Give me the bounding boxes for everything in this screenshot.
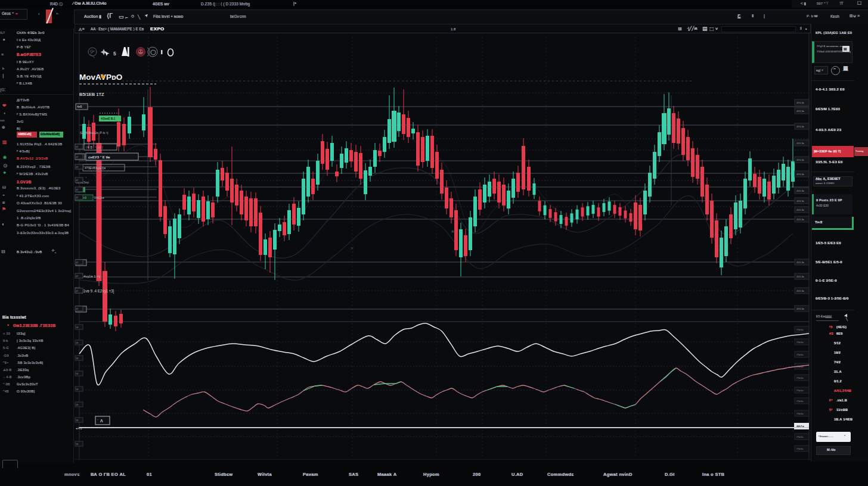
svg-text:5Е: 5Е — [76, 326, 79, 329]
svg-text:4У0.3ᴇ: 4У0.3ᴇ — [796, 110, 804, 113]
svg-text:4ᴠҙ1ʙ 1 ¹⁄ᶌ: 4ᴠҙ1ʙ 1 ¹⁄ᶌ — [83, 275, 100, 278]
svg-text:5Е: 5Е — [76, 419, 79, 422]
svg-text:4ҙ1ᴠʙ 9 .4 Е2ᴠҙ1 т3]: 4ҙ1ᴠʙ 9 .4 Е2ᴠҙ1 т3] — [79, 289, 114, 294]
svg-text:У5ᴇ1в: У5ᴇ1в — [796, 412, 804, 415]
svg-text:4У0.3ᴇ: 4У0.3ᴇ — [796, 218, 804, 221]
svg-text:У5ᴇ1в: У5ᴇ1в — [796, 389, 804, 392]
svg-text:S1/B/Bᴠc2ᴅ P-b ¹|: S1/B/Bᴠc2ᴅ P-b ¹| — [80, 131, 108, 135]
svg-text:4У0.3ᴇ: 4У0.3ᴇ — [796, 289, 804, 292]
svg-text:5: 5 — [113, 51, 116, 57]
svg-text:4У0.3ᴇ: 4У0.3ᴇ — [796, 275, 804, 278]
svg-text:4У: 4У — [76, 197, 79, 199]
svg-text:4У: 4У — [76, 179, 79, 182]
svg-text:У5ᴇ1в: У5ᴇ1в — [796, 400, 804, 403]
svg-text:▣: ▣ — [451, 229, 454, 233]
svg-text:4У: 4У — [76, 156, 79, 158]
svg-text:⨉: ⨉ — [351, 247, 354, 250]
svg-text:PᴅO: PᴅO — [106, 73, 122, 82]
svg-text:4?3ЕᴠB3q(Е3)ʙ: 4?3ЕᴠB3q(Е3)ʙ — [85, 166, 106, 170]
svg-text:4У0.3ᴇ: 4У0.3ᴇ — [796, 307, 804, 310]
svg-text:У5ᴇ1в: У5ᴇ1в — [796, 447, 804, 450]
svg-text:У5ᴇ1в: У5ᴇ1в — [796, 435, 804, 438]
svg-text:5Е: 5Е — [76, 357, 79, 360]
svg-text:4У0.3ᴇ: 4У0.3ᴇ — [796, 101, 804, 104]
svg-text:▫: ▫ — [548, 340, 550, 344]
svg-text:4У: 4У — [76, 275, 79, 278]
svg-text:4У0.3ᴇ: 4У0.3ᴇ — [796, 173, 804, 176]
svg-text:У5ᴇ1в: У5ᴇ1в — [796, 376, 804, 379]
svg-text:1/4Е2ᴠʙ: 1/4Е2ᴠʙ — [94, 197, 104, 200]
svg-text:ᴄʜЕУ3 ⁷ Е 9ʙ: ᴄʜЕУ3 ⁷ Е 9ʙ — [88, 155, 110, 159]
svg-text:Λ: Λ — [100, 419, 103, 423]
svg-text:4/3ᴠʜE B.1: 4/3ᴠʜE B.1 — [101, 117, 116, 120]
svg-text:4У0.3ᴇ: 4У0.3ᴇ — [796, 208, 804, 211]
svg-text:4У: 4У — [76, 189, 79, 191]
svg-text:4У: 4У — [76, 308, 79, 310]
svg-text:5Е: 5Е — [76, 388, 79, 391]
svg-text:4У0.3ᴇ: 4У0.3ᴇ — [796, 125, 804, 128]
svg-text:5Е: 5Е — [76, 404, 79, 406]
svg-text:У5ᴇ1в: У5ᴇ1в — [796, 328, 804, 331]
svg-text:У5ᴇ1в: У5ᴇ1в — [796, 353, 804, 356]
svg-text:‾: ‾ — [97, 419, 98, 423]
svg-text:| E B̲ | ⁴ | ▭ |: | E B̲ | ⁴ | ▭ | — [86, 145, 103, 149]
svg-text:4У0.3ᴇ: 4У0.3ᴇ — [796, 200, 804, 202]
svg-text:4У: 4У — [76, 166, 79, 169]
svg-text:⁴: ⁴ — [85, 176, 86, 179]
svg-text:5Е: 5Е — [76, 443, 79, 446]
svg-text:4У: 4У — [76, 261, 79, 264]
svg-text:У5ᴇ1в: У5ᴇ1в — [796, 341, 804, 344]
svg-text:4У0.3ᴇ: 4У0.3ᴇ — [796, 189, 804, 192]
svg-text:4У0.3ᴇ: 4У0.3ᴇ — [796, 158, 804, 161]
svg-text:4ᴇB: 4ᴇB — [77, 105, 82, 108]
svg-text:5Е: 5Е — [76, 342, 79, 344]
svg-text:4У0.3ᴇ: 4У0.3ᴇ — [796, 261, 804, 264]
svg-text:4У: 4У — [76, 146, 79, 148]
svg-text:B5/1ЕB 1TZ: B5/1ЕB 1TZ — [79, 92, 104, 97]
svg-text:4У0.3ᴇ: 4У0.3ᴇ — [796, 142, 804, 145]
svg-text:5Е: 5Е — [76, 373, 79, 375]
svg-text:4У: 4У — [76, 290, 79, 292]
